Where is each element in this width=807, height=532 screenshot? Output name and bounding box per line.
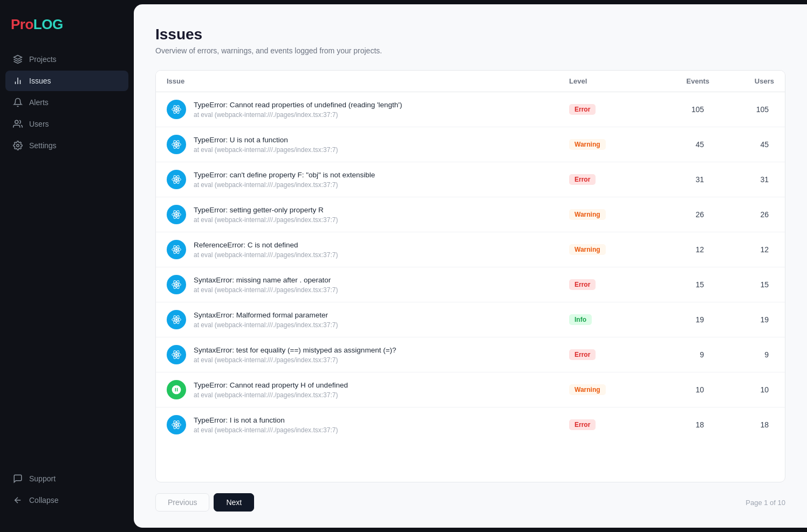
issue-icon: [167, 170, 186, 189]
issue-cell: ReferenceError: C is not defined at eval…: [167, 240, 569, 259]
level-badge: Warning: [569, 244, 606, 255]
users-cell: 15: [709, 280, 774, 289]
sidebar-item-label: Support: [29, 474, 56, 483]
next-button[interactable]: Next: [214, 493, 254, 512]
svg-point-31: [175, 319, 177, 321]
sidebar-item-projects[interactable]: Projects: [5, 49, 128, 70]
table-row[interactable]: SyntaxError: missing name after . operat…: [156, 267, 785, 302]
issue-source: at eval (webpack-internal:///./pages/ind…: [194, 251, 338, 259]
issue-source: at eval (webpack-internal:///./pages/ind…: [194, 286, 338, 294]
issue-source: at eval (webpack-internal:///./pages/ind…: [194, 146, 338, 154]
events-cell: 105: [645, 105, 709, 114]
issue-source: at eval (webpack-internal:///./pages/ind…: [194, 111, 402, 119]
svg-point-11: [175, 143, 177, 146]
logo-pro: Pro: [11, 16, 33, 32]
svg-point-4: [15, 120, 18, 123]
column-users: Users: [709, 77, 774, 85]
collapse-icon: [13, 495, 23, 505]
issue-icon: [167, 275, 186, 294]
sidebar-item-label: Projects: [29, 55, 57, 64]
users-cell: 18: [709, 420, 774, 429]
table-row[interactable]: SyntaxError: Malformed formal parameter …: [156, 302, 785, 337]
issue-text: TypeError: setting getter-only property …: [194, 205, 338, 224]
events-cell: 12: [645, 245, 709, 254]
sidebar-item-users[interactable]: Users: [5, 114, 128, 134]
issue-text: TypeError: I is not a function at eval (…: [194, 416, 338, 434]
issue-icon: [167, 310, 186, 329]
content-area: Issues Overview of errors, warnings, and…: [134, 4, 807, 528]
issue-title: TypeError: can't define property F: "obj…: [194, 170, 375, 180]
events-cell: 26: [645, 210, 709, 219]
table-row[interactable]: TypeError: Cannot read properties of und…: [156, 92, 785, 127]
bell-icon: [13, 98, 23, 107]
issue-text: SyntaxError: test for equality (==) mist…: [194, 346, 396, 364]
users-cell: 9: [709, 350, 774, 359]
events-cell: 15: [645, 280, 709, 289]
sidebar: ProLOG Projects Issu: [0, 0, 134, 532]
table-row[interactable]: TypeError: U is not a function at eval (…: [156, 127, 785, 162]
issue-text: TypeError: Cannot read property H of und…: [194, 381, 348, 399]
svg-point-7: [175, 108, 177, 110]
users-cell: 105: [709, 105, 774, 114]
issue-title: SyntaxError: missing name after . operat…: [194, 275, 338, 285]
events-cell: 9: [645, 350, 709, 359]
svg-marker-0: [14, 56, 22, 60]
level-cell: Info: [569, 314, 645, 325]
page-subtitle: Overview of errors, warnings, and events…: [155, 46, 785, 55]
sidebar-item-alerts[interactable]: Alerts: [5, 92, 128, 113]
issue-cell: TypeError: Cannot read property H of und…: [167, 380, 569, 399]
table-row[interactable]: SyntaxError: test for equality (==) mist…: [156, 337, 785, 372]
level-cell: Error: [569, 104, 645, 115]
events-cell: 31: [645, 175, 709, 184]
issue-icon: [167, 100, 186, 119]
sidebar-nav: Projects Issues Alerts: [0, 49, 134, 468]
issue-source: at eval (webpack-internal:///./pages/ind…: [194, 356, 396, 364]
table-header: Issue Level Events Users: [156, 71, 785, 92]
issue-cell: TypeError: Cannot read properties of und…: [167, 100, 569, 119]
svg-point-39: [175, 424, 177, 426]
table-row[interactable]: ReferenceError: C is not defined at eval…: [156, 232, 785, 267]
issue-cell: SyntaxError: Malformed formal parameter …: [167, 310, 569, 329]
issue-text: TypeError: U is not a function at eval (…: [194, 135, 338, 154]
level-badge: Warning: [569, 384, 606, 395]
table-row[interactable]: TypeError: I is not a function at eval (…: [156, 407, 785, 442]
level-cell: Warning: [569, 209, 645, 220]
table-row[interactable]: TypeError: setting getter-only property …: [156, 197, 785, 232]
table-row[interactable]: TypeError: can't define property F: "obj…: [156, 162, 785, 197]
issue-icon: [167, 415, 186, 434]
sidebar-item-issues[interactable]: Issues: [5, 71, 128, 91]
sidebar-item-support[interactable]: Support: [5, 468, 128, 489]
issue-icon: [167, 380, 186, 399]
users-icon: [13, 119, 23, 129]
level-badge: Error: [569, 419, 596, 430]
users-cell: 10: [709, 385, 774, 394]
level-cell: Warning: [569, 139, 645, 150]
issue-icon: [167, 205, 186, 224]
issue-source: at eval (webpack-internal:///./pages/ind…: [194, 216, 338, 224]
level-badge: Warning: [569, 209, 606, 220]
issue-cell: TypeError: I is not a function at eval (…: [167, 415, 569, 434]
level-badge: Warning: [569, 139, 606, 150]
sidebar-item-settings[interactable]: Settings: [5, 135, 128, 156]
level-badge: Error: [569, 174, 596, 185]
previous-button[interactable]: Previous: [155, 493, 209, 512]
users-cell: 45: [709, 140, 774, 149]
issue-title: TypeError: Cannot read properties of und…: [194, 100, 402, 110]
level-badge: Error: [569, 349, 596, 360]
pagination: Previous Next Page 1 of 10: [155, 482, 785, 512]
events-cell: 18: [645, 420, 709, 429]
logo-l: L: [33, 16, 42, 32]
svg-point-19: [175, 213, 177, 216]
issue-source: at eval (webpack-internal:///./pages/ind…: [194, 181, 375, 189]
level-cell: Warning: [569, 384, 645, 395]
sidebar-item-collapse[interactable]: Collapse: [5, 490, 128, 510]
issue-icon: [167, 135, 186, 154]
users-cell: 31: [709, 175, 774, 184]
issue-source: at eval (webpack-internal:///./pages/ind…: [194, 321, 338, 329]
table-row[interactable]: TypeError: Cannot read property H of und…: [156, 372, 785, 407]
level-cell: Warning: [569, 244, 645, 255]
issue-text: SyntaxError: Malformed formal parameter …: [194, 310, 338, 329]
users-cell: 12: [709, 245, 774, 254]
logo: ProLOG: [0, 11, 134, 49]
level-badge: Error: [569, 104, 596, 115]
